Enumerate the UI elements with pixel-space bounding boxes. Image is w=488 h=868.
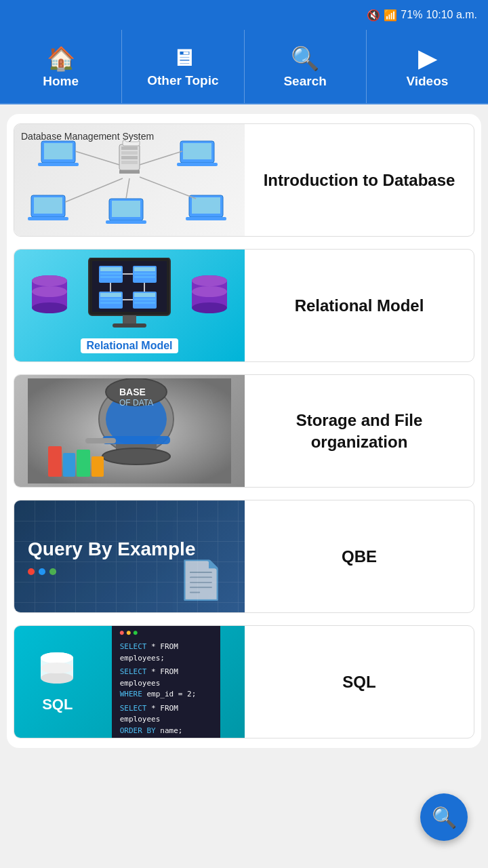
storage-svg: BASE OF DATA [28,378,231,484]
svg-rect-41 [134,273,155,275]
svg-point-70 [102,448,170,465]
svg-rect-9 [44,143,73,159]
relational-title: Relational Model [245,284,474,327]
svg-rect-56 [113,323,146,328]
svg-point-60 [192,275,227,286]
battery-icon: 71% [401,9,422,21]
nav-other-topic-label: Other Topic [147,74,218,88]
svg-rect-42 [134,276,155,278]
dbms-svg [28,131,231,229]
svg-rect-12 [183,143,211,159]
svg-rect-2 [121,151,138,155]
svg-rect-50 [134,302,155,304]
videos-icon: ▶ [418,45,436,72]
sql-left-content: SQL [39,651,76,713]
status-icons: 🔇 📶 71% 10:10 a.m. [367,9,477,22]
sql-visual: SQL ● ● ● SELECT * FROM employees; SELEC… [14,626,245,738]
dbms-visual: Database Management System [14,124,245,236]
home-icon: 🏠 [47,45,75,72]
nav-videos-label: Videos [406,75,448,89]
qbe-title: QBE [245,535,474,578]
fab-search-icon: 🔍 [432,806,457,829]
svg-rect-73 [77,450,90,477]
main-content: Database Management System [7,114,481,748]
svg-point-79 [41,652,73,663]
other-topic-icon: 🖥 [171,45,195,71]
topic-card-relational[interactable]: Relational Model Relational Model [14,249,474,362]
svg-point-31 [32,275,67,286]
svg-rect-3 [121,156,138,159]
svg-rect-38 [100,276,121,278]
fab-search-button[interactable]: 🔍 [420,793,468,841]
svg-line-24 [140,151,182,165]
nav-bar: 🏠 Home 🖥 Other Topic 🔍 Search ▶ Videos [0,30,488,104]
svg-rect-4 [121,161,138,164]
storage-title: Storage and File organization [245,399,474,462]
status-bar: 🔇 📶 71% 10:10 a.m. [0,0,488,30]
svg-rect-40 [134,267,155,271]
db-cylinder-left [29,273,70,320]
topic-card-qbe[interactable]: Query By Example 📄 QBE [14,500,474,613]
time-display: 10:10 a.m. [426,9,477,21]
nav-home-label: Home [43,75,79,89]
svg-line-27 [140,177,196,199]
relational-monitor [85,258,174,335]
svg-rect-55 [123,315,136,323]
nav-search-label: Search [283,75,326,89]
svg-rect-46 [100,302,121,304]
mute-icon: 🔇 [367,9,380,22]
svg-rect-16 [28,217,68,220]
svg-rect-75 [85,438,116,443]
svg-point-61 [192,286,227,297]
svg-rect-45 [100,298,121,300]
svg-rect-71 [48,446,62,477]
sql-label: SQL [42,696,73,713]
svg-line-23 [75,151,119,165]
svg-point-80 [41,663,73,673]
nav-videos[interactable]: ▶ Videos [367,30,488,103]
svg-rect-72 [63,453,75,477]
topic-card-intro-db[interactable]: Database Management System [14,123,474,237]
nav-search[interactable]: 🔍 Search [245,30,367,103]
svg-rect-10 [38,163,79,166]
topic-card-storage[interactable]: BASE OF DATA [14,374,474,488]
search-nav-icon: 🔍 [291,45,319,72]
svg-rect-74 [92,456,104,477]
nav-home[interactable]: 🏠 Home [0,30,122,103]
svg-rect-48 [134,293,155,297]
svg-rect-19 [106,220,146,224]
svg-point-30 [32,302,67,313]
card-image-qbe: Query By Example 📄 [14,500,245,612]
svg-text:OF DATA: OF DATA [119,398,153,408]
db-cylinder-right [189,273,230,320]
svg-line-26 [126,178,129,199]
relational-visual: Relational Model [14,250,245,361]
intro-db-title: Introduction to Database [245,159,474,201]
sql-title: SQL [245,660,474,703]
svg-rect-36 [100,267,121,271]
svg-rect-44 [100,293,121,297]
relational-label: Relational Model [81,338,178,353]
nav-other-topic[interactable]: 🖥 Other Topic [122,30,244,103]
svg-point-78 [41,673,73,684]
svg-rect-37 [100,273,121,275]
svg-rect-18 [112,201,140,217]
sql-code-block: ● ● ● SELECT * FROM employees; SELECT * … [112,626,220,738]
sql-db-icon [39,651,76,692]
svg-rect-22 [186,217,226,220]
storage-visual: BASE OF DATA [14,375,245,487]
card-image-dbms: Database Management System [14,124,245,236]
svg-rect-5 [119,170,140,174]
svg-rect-1 [121,146,138,150]
svg-rect-15 [34,197,62,214]
signal-icon: 📶 [384,9,397,22]
card-image-relational: Relational Model [14,250,245,361]
svg-rect-21 [192,197,220,214]
svg-point-59 [192,302,227,313]
svg-rect-49 [134,298,155,300]
topic-card-sql[interactable]: SQL ● ● ● SELECT * FROM employees; SELEC… [14,625,474,738]
card-image-sql: SQL ● ● ● SELECT * FROM employees; SELEC… [14,626,245,738]
dbms-label: Database Management System [21,131,154,142]
svg-rect-13 [177,163,218,166]
card-image-storage: BASE OF DATA [14,375,245,487]
